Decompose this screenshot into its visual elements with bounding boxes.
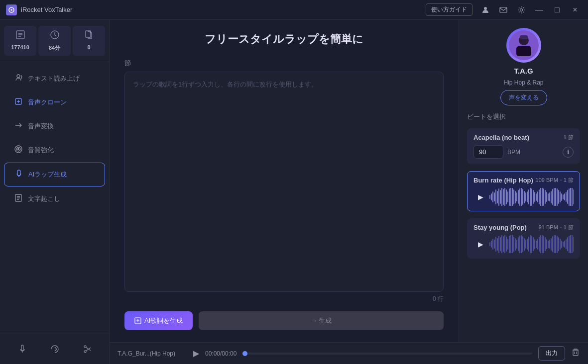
mail-button[interactable]	[496, 3, 510, 17]
window-controls: — □ ×	[478, 3, 582, 17]
bpm-input[interactable]	[473, 145, 503, 159]
stat-characters-value: 177410	[11, 44, 29, 50]
delete-button[interactable]	[571, 348, 580, 359]
minimize-button[interactable]: —	[532, 3, 546, 17]
sidebar-bottom	[0, 334, 109, 364]
microphone-button[interactable]	[13, 340, 31, 358]
minutes-icon	[50, 30, 60, 42]
beat-burn-rate-waveform: ▶	[473, 188, 574, 206]
beat-item-burn-rate[interactable]: Burn rate (Hip Hop) 109 BPM・1 節 ▶	[467, 171, 580, 211]
maximize-button[interactable]: □	[550, 3, 564, 17]
sidebar-stats: 177410 84分 0	[0, 20, 109, 62]
app-body: 177410 84分 0 テキスト読み上げ	[0, 20, 588, 364]
text-to-speech-label: テキスト読み上げ	[28, 74, 80, 83]
sidebar-item-audio-enhance[interactable]: 音質強化	[4, 139, 105, 162]
ai-lyrics-label: AI歌詞を生成	[144, 316, 183, 325]
lyrics-textarea[interactable]	[124, 72, 444, 292]
stat-files[interactable]: 0	[73, 26, 105, 56]
beat-acapella-info: 1 節	[564, 134, 574, 141]
beat-acapella-name: Acapella (no beat)	[473, 134, 529, 141]
right-panel: T.A.G Hip Hop & Rap 声を変える ビートを選択 Acapell…	[459, 20, 588, 342]
transcription-label: 文字起こし	[28, 194, 60, 203]
voice-card: T.A.G Hip Hop & Rap 声を変える	[467, 28, 580, 105]
svg-point-16	[84, 351, 86, 353]
export-button[interactable]: 出力	[538, 346, 565, 361]
stat-minutes[interactable]: 84分	[38, 26, 71, 56]
characters-icon	[15, 30, 25, 42]
beat-burn-rate-name: Burn rate (Hip Hop)	[473, 177, 533, 184]
sidebar-item-voice-clone[interactable]: 音声クローン	[4, 91, 105, 114]
audio-enhance-label: 音質強化	[28, 146, 54, 155]
beat-acapella-bpm-row: BPM ℹ	[473, 145, 574, 159]
play-button-bottom[interactable]: ▶	[193, 349, 199, 358]
beat-burn-rate-header: Burn rate (Hip Hop) 109 BPM・1 節	[473, 177, 574, 184]
change-voice-button[interactable]: 声を変える	[500, 90, 547, 105]
transcription-icon	[14, 193, 23, 204]
loop-button[interactable]	[46, 340, 64, 358]
sidebar-item-voice-change[interactable]: 音声変換	[4, 115, 105, 138]
avatar	[506, 28, 541, 63]
svg-rect-24	[573, 350, 578, 356]
track-name: T.A.G_Bur...(Hip Hop)	[118, 350, 187, 357]
beat-item-acapella[interactable]: Acapella (no beat) 1 節 BPM ℹ	[467, 128, 580, 164]
sidebar-navigation: テキスト読み上げ 音声クローン 音声変換 音質強化	[0, 62, 109, 334]
wave-bars-stay-young	[489, 235, 574, 253]
svg-point-11	[18, 149, 19, 150]
wave-bars-burn-rate	[489, 188, 574, 206]
progress-bar[interactable]	[242, 353, 532, 355]
beat-stay-young-name: Stay young (Pop)	[473, 224, 527, 231]
settings-button[interactable]	[514, 3, 528, 17]
play-stay-young-button[interactable]: ▶	[473, 237, 487, 251]
beat-stay-young-header: Stay young (Pop) 91 BPM・1 節	[473, 224, 574, 231]
app-logo: iRocket VoxTalker	[6, 4, 72, 15]
title-bar: iRocket VoxTalker 使い方ガイド — □ ×	[0, 0, 588, 20]
beat-item-stay-young[interactable]: Stay young (Pop) 91 BPM・1 節 ▶	[467, 218, 580, 259]
rap-panel: フリースタイルラップを簡単に 節 0 行 AI歌詞を生成 → 生成	[110, 20, 459, 342]
voice-clone-icon	[14, 97, 23, 108]
time-display: 00:00/00:00	[205, 350, 236, 357]
section-label: 節	[124, 59, 444, 68]
ai-rap-label: AIラップ生成	[28, 170, 67, 179]
files-icon	[84, 30, 94, 42]
beat-stay-young-info: 91 BPM・1 節	[539, 224, 574, 231]
sidebar-item-ai-rap[interactable]: AIラップ生成	[4, 163, 105, 186]
rap-actions: AI歌詞を生成 → 生成	[124, 311, 444, 330]
close-button[interactable]: ×	[568, 3, 582, 17]
main-content: フリースタイルラップを簡単に 節 0 行 AI歌詞を生成 → 生成	[110, 20, 588, 364]
app-title: iRocket VoxTalker	[21, 6, 72, 13]
sidebar: 177410 84分 0 テキスト読み上げ	[0, 20, 110, 364]
stat-minutes-value: 84分	[49, 44, 60, 52]
scissors-button[interactable]	[78, 340, 96, 358]
beat-acapella-header: Acapella (no beat) 1 節	[473, 134, 574, 141]
ai-rap-icon	[14, 169, 23, 180]
user-button[interactable]	[478, 3, 492, 17]
bpm-label: BPM	[507, 149, 520, 156]
svg-rect-23	[520, 35, 528, 39]
play-burn-rate-button[interactable]: ▶	[473, 190, 487, 204]
line-count: 0 行	[124, 295, 444, 303]
svg-rect-2	[500, 7, 507, 12]
svg-point-7	[17, 75, 20, 78]
audio-enhance-icon	[14, 145, 23, 156]
voice-change-label: 音声変換	[28, 122, 54, 131]
logo-icon	[6, 4, 17, 15]
beat-section-title: ビートを選択	[467, 112, 580, 121]
info-button[interactable]: ℹ	[563, 147, 574, 158]
voice-genre: Hip Hop & Rap	[503, 79, 543, 86]
progress-dot	[242, 351, 247, 356]
voice-name: T.A.G	[514, 67, 533, 75]
svg-rect-22	[516, 46, 531, 56]
bottom-bar: T.A.G_Bur...(Hip Hop) ▶ 00:00/00:00 出力	[110, 342, 588, 364]
beat-burn-rate-info: 109 BPM・1 節	[536, 177, 574, 184]
sidebar-item-transcription[interactable]: 文字起こし	[4, 187, 105, 210]
beat-stay-young-waveform: ▶	[473, 235, 574, 253]
generate-button[interactable]: → 生成	[199, 311, 444, 330]
sidebar-item-text-to-speech[interactable]: テキスト読み上げ	[4, 67, 105, 90]
voice-clone-label: 音声クローン	[28, 98, 67, 107]
voice-change-icon	[14, 121, 23, 132]
ai-lyrics-button[interactable]: AI歌詞を生成	[124, 311, 193, 330]
stat-characters[interactable]: 177410	[4, 26, 36, 56]
guide-button[interactable]: 使い方ガイド	[426, 3, 472, 16]
svg-point-1	[484, 7, 487, 10]
stat-files-value: 0	[87, 44, 90, 50]
